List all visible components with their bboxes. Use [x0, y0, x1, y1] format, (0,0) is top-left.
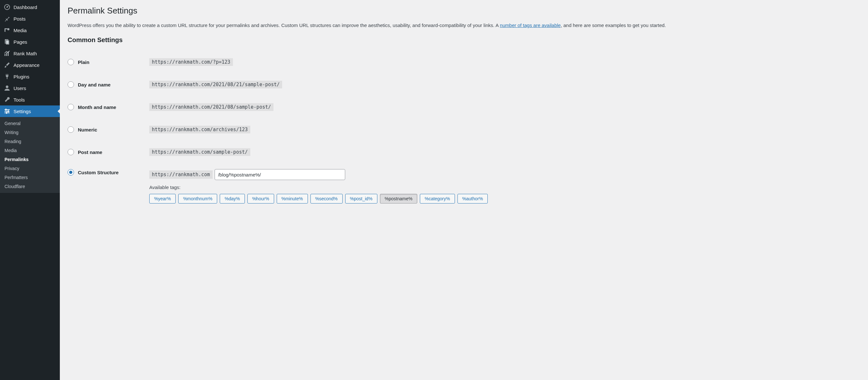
sidebar-item-appearance[interactable]: Appearance — [0, 59, 60, 71]
tag-monthnum[interactable]: %monthnum% — [178, 194, 217, 204]
option-post-name: Post name https://rankmath.com/sample-po… — [68, 141, 860, 163]
option-month-name: Month and name https://rankmath.com/2021… — [68, 96, 860, 118]
example-post-name: https://rankmath.com/sample-post/ — [149, 148, 250, 156]
admin-sidebar: Dashboard Posts Media Pages Rank Math Ap… — [0, 0, 60, 380]
radio-month-name[interactable] — [68, 104, 74, 110]
tag-day[interactable]: %day% — [220, 194, 245, 204]
sidebar-item-label: Appearance — [13, 62, 39, 68]
sidebar-item-pages[interactable]: Pages — [0, 36, 60, 47]
common-settings-heading: Common Settings — [68, 36, 860, 44]
submenu-perfmatters[interactable]: Perfmatters — [0, 173, 60, 182]
svg-point-9 — [6, 85, 8, 88]
sidebar-item-label: Dashboard — [13, 4, 37, 10]
svg-point-1 — [6, 6, 8, 8]
tags-available-link[interactable]: number of tags are available — [500, 23, 561, 28]
radio-numeric[interactable] — [68, 126, 74, 133]
pages-icon — [4, 39, 10, 45]
sidebar-item-dashboard[interactable]: Dashboard — [0, 1, 60, 13]
main-content: Permalink Settings WordPress offers you … — [60, 0, 868, 380]
radio-label-custom[interactable]: Custom Structure — [78, 170, 119, 175]
svg-rect-6 — [4, 54, 5, 56]
permalink-options: Plain https://rankmath.com/?p=123 Day an… — [68, 51, 860, 209]
svg-rect-7 — [6, 53, 7, 56]
sidebar-item-users[interactable]: Users — [0, 82, 60, 94]
radio-plain[interactable] — [68, 59, 74, 65]
sidebar-item-label: Posts — [13, 16, 26, 22]
submenu-general[interactable]: General — [0, 119, 60, 128]
svg-point-3 — [7, 28, 10, 31]
svg-rect-11 — [4, 111, 10, 111]
sliders-icon — [4, 108, 10, 114]
sidebar-item-media[interactable]: Media — [0, 25, 60, 36]
available-tags-label: Available tags: — [149, 184, 860, 190]
option-plain: Plain https://rankmath.com/?p=123 — [68, 51, 860, 73]
sidebar-item-plugins[interactable]: Plugins — [0, 71, 60, 82]
chart-icon — [4, 50, 10, 57]
submenu-permalinks[interactable]: Permalinks — [0, 155, 60, 164]
svg-rect-5 — [6, 40, 9, 45]
pin-icon — [4, 15, 10, 22]
example-day-name: https://rankmath.com/2021/08/21/sample-p… — [149, 81, 282, 89]
brush-icon — [4, 62, 10, 68]
radio-custom[interactable] — [68, 169, 74, 176]
example-numeric: https://rankmath.com/archives/123 — [149, 126, 250, 133]
settings-submenu: General Writing Reading Media Permalinks… — [0, 117, 60, 193]
svg-rect-15 — [6, 112, 7, 114]
radio-label-month-name[interactable]: Month and name — [78, 104, 116, 110]
plug-icon — [4, 73, 10, 80]
tag-author[interactable]: %author% — [458, 194, 488, 204]
media-icon — [4, 27, 10, 33]
sidebar-item-label: Plugins — [13, 74, 29, 79]
svg-rect-14 — [8, 110, 9, 112]
submenu-privacy[interactable]: Privacy — [0, 164, 60, 173]
tag-postname[interactable]: %postname% — [380, 194, 417, 204]
option-numeric: Numeric https://rankmath.com/archives/12… — [68, 118, 860, 141]
custom-structure-input[interactable] — [215, 169, 345, 180]
radio-post-name[interactable] — [68, 149, 74, 155]
sidebar-item-label: Tools — [13, 97, 25, 103]
svg-rect-13 — [5, 109, 6, 111]
tag-year[interactable]: %year% — [149, 194, 176, 204]
gauge-icon — [4, 4, 10, 10]
intro-part1: WordPress offers you the ability to crea… — [68, 23, 500, 28]
submenu-cloudflare[interactable]: Cloudflare — [0, 182, 60, 191]
submenu-writing[interactable]: Writing — [0, 128, 60, 137]
sidebar-item-rank-math[interactable]: Rank Math — [0, 47, 60, 59]
user-icon — [4, 85, 10, 91]
sidebar-item-label: Settings — [13, 109, 31, 114]
tag-category[interactable]: %category% — [420, 194, 455, 204]
tag-hour[interactable]: %hour% — [247, 194, 274, 204]
intro-text: WordPress offers you the ability to crea… — [68, 22, 860, 29]
tag-second[interactable]: %second% — [310, 194, 343, 204]
radio-label-plain[interactable]: Plain — [78, 60, 89, 65]
sidebar-item-tools[interactable]: Tools — [0, 94, 60, 105]
sidebar-item-label: Users — [13, 85, 26, 91]
example-month-name: https://rankmath.com/2021/08/sample-post… — [149, 103, 274, 111]
submenu-media[interactable]: Media — [0, 146, 60, 155]
available-tags: %year% %monthnum% %day% %hour% %minute% … — [149, 194, 860, 204]
sidebar-item-label: Media — [13, 28, 27, 33]
example-plain: https://rankmath.com/?p=123 — [149, 58, 233, 66]
option-day-name: Day and name https://rankmath.com/2021/0… — [68, 73, 860, 96]
sidebar-item-label: Pages — [13, 39, 27, 45]
custom-prefix: https://rankmath.com — [149, 170, 213, 179]
tag-minute[interactable]: %minute% — [277, 194, 308, 204]
sidebar-item-settings[interactable]: Settings — [0, 105, 60, 117]
submenu-reading[interactable]: Reading — [0, 137, 60, 146]
option-custom: Custom Structure https://rankmath.com Av… — [68, 163, 860, 209]
radio-label-numeric[interactable]: Numeric — [78, 127, 97, 133]
radio-label-day-name[interactable]: Day and name — [78, 82, 111, 88]
tag-post-id[interactable]: %post_id% — [345, 194, 377, 204]
sidebar-item-label: Rank Math — [13, 51, 37, 56]
intro-part2: , and here are some examples to get you … — [561, 23, 666, 28]
radio-day-name[interactable] — [68, 81, 74, 88]
page-title: Permalink Settings — [68, 6, 860, 16]
sidebar-item-posts[interactable]: Posts — [0, 13, 60, 25]
svg-rect-10 — [4, 109, 10, 110]
wrench-icon — [4, 97, 10, 103]
radio-label-post-name[interactable]: Post name — [78, 149, 102, 155]
